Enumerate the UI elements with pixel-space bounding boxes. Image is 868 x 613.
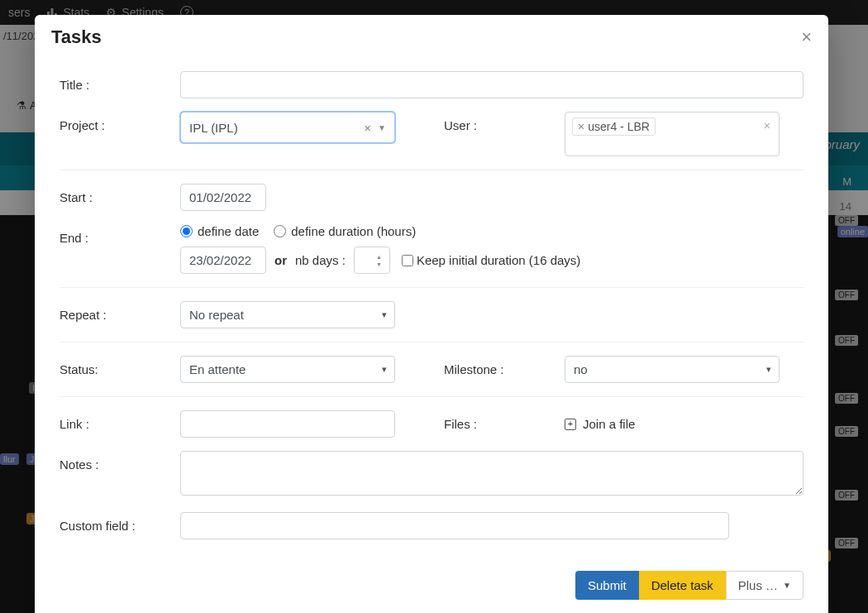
custom-field-input[interactable]	[180, 512, 729, 539]
join-file-button[interactable]: + Join a file	[565, 410, 635, 431]
user-tag: × user4 - LBR	[572, 117, 656, 136]
repeat-select[interactable]: No repeat	[180, 301, 395, 328]
project-value: IPL (IPL)	[189, 121, 238, 135]
close-icon[interactable]: ×	[801, 28, 812, 46]
nb-days-spinner[interactable]: ▲▼	[376, 249, 388, 271]
tasks-modal: Tasks × Title : Project : IPL (IPL) × ▼	[35, 15, 828, 613]
project-select[interactable]: IPL (IPL) × ▼	[180, 112, 395, 143]
row-notes: Notes :	[60, 444, 804, 505]
end-date-input[interactable]	[180, 247, 266, 274]
delete-task-button[interactable]: Delete task	[639, 571, 726, 600]
separator	[60, 342, 804, 342]
radio-define-duration[interactable]: define duration (hours)	[274, 224, 416, 238]
modal-title: Tasks	[51, 26, 102, 48]
plus-box-icon: +	[565, 419, 576, 430]
chevron-down-icon[interactable]: ▼	[378, 123, 386, 132]
label-user: User :	[444, 112, 565, 156]
user-tag-remove-icon[interactable]: ×	[578, 120, 584, 133]
keep-duration-label: Keep initial duration (16 days)	[417, 253, 580, 267]
separator	[60, 170, 804, 170]
label-title: Title :	[60, 71, 180, 92]
row-link-files: Link : Files : + Join a file	[60, 404, 804, 444]
separator	[60, 396, 804, 397]
label-link: Link :	[60, 410, 180, 438]
row-start: Start :	[60, 177, 804, 218]
project-clear-icon[interactable]: ×	[364, 121, 371, 135]
notes-textarea[interactable]	[180, 451, 804, 496]
label-status: Status:	[60, 356, 180, 383]
plus-label: Plus …	[738, 578, 778, 592]
separator	[60, 287, 804, 288]
plus-menu-button[interactable]: Plus … ▼	[726, 571, 804, 600]
status-select[interactable]: En attente	[180, 356, 395, 383]
row-title: Title :	[60, 65, 804, 105]
user-clear-icon[interactable]: ×	[764, 119, 770, 132]
label-start: Start :	[60, 184, 180, 204]
row-repeat: Repeat : No repeat	[60, 295, 804, 335]
modal-header: Tasks ×	[35, 15, 828, 56]
label-milestone: Milestone :	[444, 356, 565, 383]
user-tag-label: user4 - LBR	[588, 120, 650, 133]
label-custom: Custom field :	[60, 512, 180, 533]
user-select[interactable]: × user4 - LBR ×	[565, 112, 780, 156]
label-project: Project :	[60, 112, 180, 143]
row-project-user: Project : IPL (IPL) × ▼ User :	[60, 105, 804, 163]
link-input[interactable]	[180, 410, 395, 438]
nb-days-label: nb days :	[295, 253, 346, 267]
radio-define-date[interactable]: define date	[180, 224, 259, 238]
label-end: End :	[60, 224, 180, 245]
start-date-input[interactable]	[180, 184, 266, 211]
title-input[interactable]	[180, 71, 804, 98]
row-custom-field: Custom field :	[60, 505, 804, 546]
label-repeat: Repeat :	[60, 301, 180, 322]
chevron-down-icon: ▼	[783, 581, 791, 590]
keep-duration-checkbox[interactable]	[402, 255, 413, 266]
label-notes: Notes :	[60, 451, 180, 472]
row-status-milestone: Status: En attente Milestone : no	[60, 349, 804, 390]
end-or-text: or	[274, 253, 287, 267]
submit-button[interactable]: Submit	[575, 571, 639, 600]
label-files: Files :	[444, 410, 565, 431]
row-end: End : define date define duration (hours…	[60, 218, 804, 280]
milestone-select[interactable]: no	[565, 356, 780, 383]
modal-footer: Submit Delete task Plus … ▼	[35, 563, 828, 613]
join-file-label: Join a file	[583, 417, 635, 431]
